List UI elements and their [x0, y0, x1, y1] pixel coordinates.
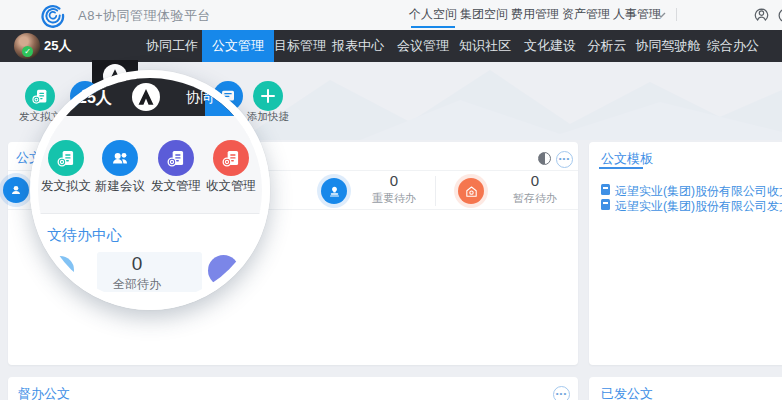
supervise-card-more-icon[interactable]: ••• — [553, 386, 570, 400]
lens-member-count: 25人 — [78, 88, 112, 109]
online-status-badge: ✓ — [22, 46, 33, 57]
tab-official-docs[interactable]: 公文管理 — [202, 30, 274, 62]
template-card-title[interactable]: 公文模板 — [601, 150, 653, 168]
house-archive-icon — [464, 184, 479, 199]
supervise-card-title[interactable]: 督办公文 — [18, 385, 70, 400]
topmenu-active-underline — [411, 26, 455, 28]
document-icon — [601, 184, 610, 195]
contacts-person-icon[interactable] — [753, 7, 770, 24]
tab-analytics-cloud[interactable]: 分析云 — [588, 30, 627, 62]
banner-mountains-decoration — [240, 62, 782, 140]
top-bar: A8+协同管理体验平台 个人空间 集团空间 费用管理 资产管理 人事管理 — [0, 0, 782, 31]
lens-shortcut-label: 收文管理 — [199, 178, 262, 195]
tab-goals[interactable]: 目标管理 — [274, 30, 326, 62]
stat-value: 0 — [495, 172, 575, 189]
todo-card-more-icon[interactable]: ••• — [556, 151, 573, 168]
saved-todo-stat[interactable]: 0 暂存待办 — [495, 172, 575, 206]
contrast-toggle-icon[interactable] — [538, 152, 551, 165]
lens-shortcut-new-meeting[interactable] — [102, 140, 138, 176]
plus-icon — [260, 88, 276, 104]
lens-a-logo-icon — [132, 83, 160, 111]
meeting-people-icon — [110, 148, 130, 168]
template-link[interactable]: 远望实业(集团)股份有限公司发文流程 — [615, 198, 782, 215]
tab-culture[interactable]: 文化建设 — [524, 30, 576, 62]
important-todo-icon — [321, 178, 347, 204]
important-todo-stat[interactable]: 0 重要待办 — [354, 172, 434, 206]
clipped-edge-icon[interactable] — [777, 7, 782, 24]
app-window: A8+协同管理体验平台 个人空间 集团空间 费用管理 资产管理 人事管理 ✓ 2… — [0, 0, 782, 400]
add-shortcut-label: 添加快捷 — [247, 110, 289, 124]
document-icon — [601, 199, 610, 210]
tab-knowledge[interactable]: 知识社区 — [459, 30, 511, 62]
lens-stat-value: 0 — [87, 253, 187, 275]
lens-shortcut-label: 新建会议 — [88, 178, 152, 195]
stat-value: 0 — [354, 172, 434, 189]
lens-stat-label: 全部待办 — [87, 276, 187, 293]
lens-section-title: 公文待办中心 — [38, 226, 122, 245]
template-card: 公文模板 远望实业(集团)股份有限公司收文流程 远望实业(集团)股份有限公司发文… — [589, 142, 782, 365]
lens-shortcut-draft-doc[interactable] — [48, 140, 84, 176]
topmenu-assets[interactable]: 资产管理 — [562, 0, 610, 29]
add-shortcut-button[interactable] — [253, 81, 283, 111]
hidden-stat-icon — [3, 177, 29, 203]
saved-todo-icon — [458, 178, 484, 204]
sent-card-title[interactable]: 已发公文 — [601, 385, 653, 400]
stamp-icon — [327, 184, 342, 199]
tab-collaboration[interactable]: 协同工作 — [146, 30, 198, 62]
lens-shortcut-doc-send[interactable] — [158, 140, 194, 176]
sent-card: 已发公文 — [589, 377, 782, 400]
chevron-down-icon[interactable] — [656, 12, 666, 19]
magnifier-lens: 25人 协同 发文拟文 新建会议 发文管理 收文管理 — [30, 70, 270, 310]
lens-shortcut-doc-receive[interactable] — [213, 140, 249, 176]
brand-logo-icon — [37, 0, 68, 31]
lens-nav-partial-text: 协同 — [186, 89, 214, 107]
tab-general-office[interactable]: 综合办公 — [707, 30, 759, 62]
lens-stat: 0 全部待办 — [87, 253, 187, 293]
member-count[interactable]: 25人 — [44, 30, 71, 62]
magnifier-lens-content: 25人 协同 发文拟文 新建会议 发文管理 收文管理 — [38, 78, 262, 302]
stat-label: 暂存待办 — [495, 191, 575, 206]
topmenu-expense[interactable]: 费用管理 — [511, 0, 559, 29]
topmenu-group-space[interactable]: 集团空间 — [460, 0, 508, 29]
template-tab-underline — [599, 167, 643, 169]
stat-label: 重要待办 — [354, 191, 434, 206]
supervise-card: 督办公文 ••• — [8, 377, 578, 400]
topbar-divider — [676, 8, 677, 21]
tab-cockpit[interactable]: 协同驾驶舱 — [636, 30, 701, 62]
quick-action-draft-doc[interactable] — [25, 81, 55, 111]
topmenu-personal-space[interactable]: 个人空间 — [409, 0, 457, 29]
tab-meetings[interactable]: 会议管理 — [397, 30, 449, 62]
app-title: A8+协同管理体验平台 — [78, 7, 211, 25]
topmenu-hr[interactable]: 人事管理 — [613, 0, 661, 29]
tab-reports[interactable]: 报表中心 — [332, 30, 384, 62]
